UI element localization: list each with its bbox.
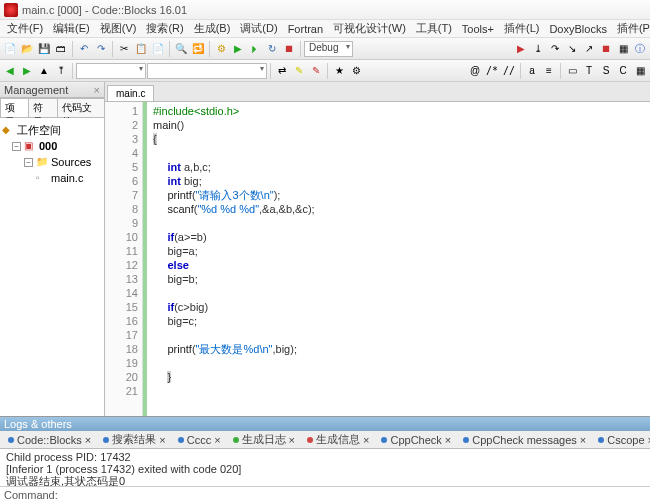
abbr-icon[interactable]: a (524, 63, 540, 79)
comment-block-icon[interactable]: /* (484, 63, 500, 79)
nav-fwd-icon[interactable]: ▶ (19, 63, 35, 79)
cut-icon[interactable]: ✂ (116, 41, 132, 57)
t-icon[interactable]: T (581, 63, 597, 79)
editor-body[interactable]: 123456789101112131415161718192021 #inclu… (105, 102, 650, 416)
log-output[interactable]: Child process PID: 17432 [Inferior 1 (pr… (0, 449, 650, 486)
settings-icon[interactable]: ⚙ (348, 63, 364, 79)
nav-back-icon[interactable]: ◀ (2, 63, 18, 79)
close-icon[interactable]: × (363, 434, 369, 446)
log-tabs: Code::Blocks× 搜索结果× Cccc× 生成日志× 生成信息× Cp… (0, 431, 650, 449)
scope-combo[interactable] (76, 63, 146, 79)
close-icon[interactable]: × (159, 434, 165, 446)
toolbar-1: 📄 📂 💾 🗃 ↶ ↷ ✂ 📋 📄 🔍 🔁 ⚙ ▶ ⏵ ↻ ⏹ Debug ▶ … (0, 38, 650, 60)
copy-icon[interactable]: 📋 (133, 41, 149, 57)
info-icon[interactable]: ⓘ (632, 41, 648, 57)
redo-icon[interactable]: ↷ (93, 41, 109, 57)
select-icon[interactable]: ▭ (564, 63, 580, 79)
tree-workspace[interactable]: ◆ 工作空间 (2, 122, 102, 138)
debug-start-icon[interactable]: ▶ (513, 41, 529, 57)
panel-close-icon[interactable]: × (94, 84, 100, 96)
title-bar: main.c [000] - Code::Blocks 16.01 (0, 0, 650, 20)
highlight-icon[interactable]: ✎ (291, 63, 307, 79)
doc-tab-main[interactable]: main.c (107, 85, 154, 101)
log-line: [Inferior 1 (process 17432) exited with … (6, 463, 644, 475)
save-all-icon[interactable]: 🗃 (53, 41, 69, 57)
log-tab-buildlog[interactable]: 生成日志× (227, 431, 301, 448)
step-over-icon[interactable]: ↷ (547, 41, 563, 57)
step-into-icon[interactable]: ↘ (564, 41, 580, 57)
menu-fortran[interactable]: Fortran (283, 23, 328, 35)
close-icon[interactable]: × (214, 434, 220, 446)
menu-tools-plus[interactable]: Tools+ (457, 23, 499, 35)
menu-doxyblocks[interactable]: DoxyBlocks (544, 23, 611, 35)
close-icon[interactable]: × (85, 434, 91, 446)
collapse-icon[interactable]: − (24, 158, 33, 167)
log-tab-search[interactable]: 搜索结果× (97, 431, 171, 448)
menu-tools[interactable]: 工具(T) (411, 21, 457, 36)
build-run-icon[interactable]: ⏵ (247, 41, 263, 57)
mark-icon[interactable]: ✎ (308, 63, 324, 79)
nav-up-icon[interactable]: ▲ (36, 63, 52, 79)
build-icon[interactable]: ⚙ (213, 41, 229, 57)
c-icon[interactable]: C (615, 63, 631, 79)
tree-file-main[interactable]: ▫ main.c (2, 170, 102, 186)
s-icon[interactable]: S (598, 63, 614, 79)
log-tab-cppcheck[interactable]: CppCheck× (375, 433, 457, 447)
tab-projects[interactable]: 项目 (0, 98, 29, 117)
undo-icon[interactable]: ↶ (76, 41, 92, 57)
step-out-icon[interactable]: ↗ (581, 41, 597, 57)
menu-file[interactable]: 文件(F) (2, 21, 48, 36)
menu-edit[interactable]: 编辑(E) (48, 21, 95, 36)
log-tab-buildmsg[interactable]: 生成信息× (301, 431, 375, 448)
build-target-combo[interactable]: Debug (304, 41, 353, 57)
doxy-icon[interactable]: @ (467, 63, 483, 79)
bookmark-icon[interactable]: ★ (331, 63, 347, 79)
folder-icon: 📁 (36, 156, 48, 168)
app-icon (4, 3, 18, 17)
symbol-combo[interactable] (147, 63, 267, 79)
collapse-icon[interactable]: − (12, 142, 21, 151)
find-icon[interactable]: 🔍 (173, 41, 189, 57)
run-to-cursor-icon[interactable]: ⤓ (530, 41, 546, 57)
tree-folder-sources[interactable]: − 📁 Sources (2, 154, 102, 170)
menu-plugins[interactable]: 插件(L) (499, 21, 544, 36)
command-bar[interactable]: Command: (0, 486, 650, 502)
stop-icon[interactable]: ⏹ (281, 41, 297, 57)
open-icon[interactable]: 📂 (19, 41, 35, 57)
menu-build[interactable]: 生成(B) (189, 21, 236, 36)
line-gutter: 123456789101112131415161718192021 (105, 102, 143, 416)
tab-files[interactable]: 代码文件 (57, 98, 106, 117)
menu-plugins2[interactable]: 插件(P) (612, 21, 650, 36)
save-icon[interactable]: 💾 (36, 41, 52, 57)
new-icon[interactable]: 📄 (2, 41, 18, 57)
close-icon[interactable]: × (445, 434, 451, 446)
tab-symbols[interactable]: 符号 (28, 98, 57, 117)
debug-stop-icon[interactable]: ⏹ (598, 41, 614, 57)
close-icon[interactable]: × (289, 434, 295, 446)
log-tab-cccc[interactable]: Cccc× (172, 433, 227, 447)
management-title: Management × (0, 82, 104, 98)
menu-search[interactable]: 搜索(R) (141, 21, 188, 36)
toggle-icon[interactable]: ⇄ (274, 63, 290, 79)
logs-panel: Logs & others Code::Blocks× 搜索结果× Cccc× … (0, 416, 650, 502)
debug-windows-icon[interactable]: ▦ (615, 41, 631, 57)
paste-icon[interactable]: 📄 (150, 41, 166, 57)
menu-debug[interactable]: 调试(D) (235, 21, 282, 36)
nav-last-icon[interactable]: ⤒ (53, 63, 69, 79)
misc-icon[interactable]: ≡ (541, 63, 557, 79)
log-tab-cppcheckmsg[interactable]: CppCheck messages× (457, 433, 592, 447)
tree-project[interactable]: − ▣ 000 (2, 138, 102, 154)
menu-view[interactable]: 视图(V) (95, 21, 142, 36)
replace-icon[interactable]: 🔁 (190, 41, 206, 57)
fortran-icon[interactable]: ▦ (632, 63, 648, 79)
run-icon[interactable]: ▶ (230, 41, 246, 57)
comment-line-icon[interactable]: // (501, 63, 517, 79)
close-icon[interactable]: × (580, 434, 586, 446)
log-tab-cscope[interactable]: Cscope× (592, 433, 650, 447)
log-tab-codeblocks[interactable]: Code::Blocks× (2, 433, 97, 447)
project-tree[interactable]: ◆ 工作空间 − ▣ 000 − 📁 Sources ▫ main.c (0, 118, 104, 416)
code-text[interactable]: #include<stdio.h> main() { int a,b,c; in… (147, 102, 650, 416)
rebuild-icon[interactable]: ↻ (264, 41, 280, 57)
menu-wx[interactable]: 可视化设计(W) (328, 21, 411, 36)
log-line: Child process PID: 17432 (6, 451, 644, 463)
